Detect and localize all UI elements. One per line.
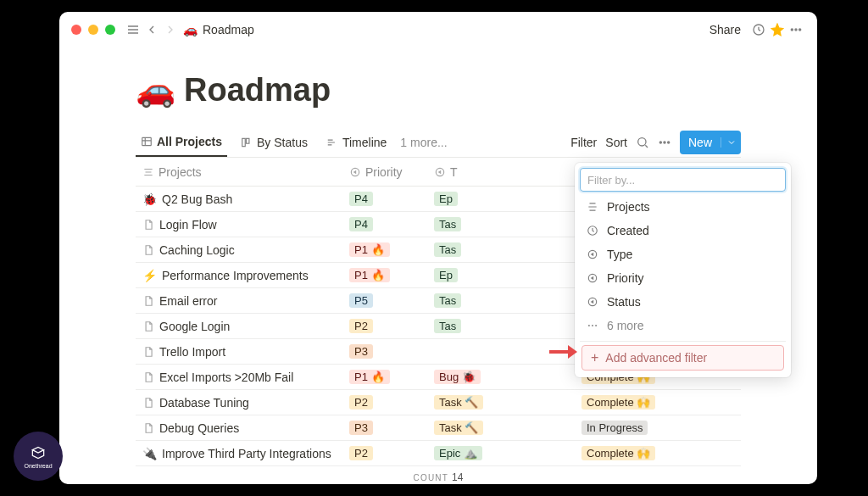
priority-tag: P3 (349, 344, 373, 359)
nav-back-icon[interactable] (142, 20, 161, 39)
type-tag: Epic ⛰️ (434, 446, 482, 460)
column-projects[interactable]: Projects (136, 165, 342, 179)
filter-option-more[interactable]: 6 more (580, 314, 786, 337)
window-minimize[interactable] (88, 25, 98, 35)
filter-option-status[interactable]: Status (580, 290, 786, 314)
filter-option-priority[interactable]: Priority (580, 266, 786, 290)
priority-tag: P2 (349, 395, 373, 410)
row-title: Excel Imports >20Mb Fail (159, 371, 293, 384)
priority-tag: P4 (349, 217, 373, 231)
type-tag: Tas (434, 217, 461, 231)
star-icon[interactable] (768, 20, 787, 39)
count-label: COUNT (414, 473, 449, 482)
type-tag: Bug 🐞 (434, 370, 481, 384)
board-icon (241, 137, 253, 148)
search-icon[interactable] (636, 136, 649, 149)
row-title: Caching Logic (159, 243, 235, 257)
page-icon (142, 371, 154, 383)
row-title: Google Login (159, 320, 230, 333)
row-emoji: 🐞 (142, 192, 157, 206)
breadcrumb[interactable]: 🚗 Roadmap (183, 23, 254, 36)
new-button[interactable]: New (680, 131, 741, 154)
page-icon (142, 244, 154, 256)
type-tag: Tas (434, 319, 461, 333)
filter-option-type[interactable]: Type (580, 242, 786, 266)
priority-tag: P3 (349, 421, 373, 435)
filter-option-label: Created (607, 224, 649, 237)
svg-point-21 (592, 325, 593, 326)
filter-option-projects[interactable]: Projects (580, 195, 786, 219)
dots-icon (587, 320, 598, 332)
page-emoji[interactable]: 🚗 (136, 71, 175, 109)
window-zoom[interactable] (105, 25, 115, 35)
text-icon (142, 166, 154, 178)
row-title: Performance Improvements (162, 269, 309, 282)
tab-timeline[interactable]: Timeline (321, 127, 392, 157)
table-row[interactable]: Debug Queries P3 Task 🔨 In Progress (136, 415, 741, 441)
filter-button[interactable]: Filter (570, 136, 597, 149)
nav-forward-icon[interactable] (161, 20, 180, 39)
page-title: 🚗 Roadmap (136, 71, 741, 109)
row-title: Email error (159, 294, 217, 308)
type-tag: Tas (434, 242, 461, 257)
plus-icon: + (591, 351, 598, 365)
table-row[interactable]: Database Tuning P2 Task 🔨 Complete 🙌 (136, 390, 741, 415)
table-row[interactable]: 🔌Improve Third Party Integrations P2 Epi… (136, 441, 741, 466)
tab-label: Timeline (342, 136, 387, 149)
hamburger-icon[interactable] (124, 20, 142, 39)
priority-tag: P5 (349, 293, 373, 308)
column-priority[interactable]: Priority (342, 165, 427, 179)
chevron-down-icon[interactable] (721, 137, 741, 148)
priority-tag: P4 (349, 192, 373, 206)
view-options-icon[interactable] (658, 136, 671, 149)
row-emoji: ⚡ (142, 269, 157, 282)
tabs-more[interactable]: 1 more... (400, 136, 447, 149)
type-tag: Ep (434, 192, 458, 206)
page-icon (142, 397, 154, 409)
page-icon (142, 422, 154, 434)
brand-badge: Onethread (14, 432, 63, 481)
timeline-icon (326, 137, 338, 148)
select-icon (587, 272, 598, 284)
share-button[interactable]: Share (709, 23, 741, 36)
tab-by-status[interactable]: By Status (236, 127, 313, 157)
svg-point-10 (668, 141, 670, 142)
updates-icon[interactable] (749, 20, 768, 39)
tab-all-projects[interactable]: All Projects (136, 127, 227, 157)
svg-point-1 (791, 29, 793, 31)
new-button-label: New (680, 136, 721, 149)
annotation-arrow (549, 344, 578, 363)
filter-option-label: Projects (607, 200, 650, 214)
brand-name: Onethread (24, 463, 52, 469)
page-icon (142, 219, 154, 231)
svg-rect-6 (246, 138, 249, 143)
row-title: Login Flow (159, 218, 217, 231)
row-title: Debug Queries (159, 421, 239, 435)
column-label: Projects (159, 165, 202, 179)
row-title: Improve Third Party Integrations (162, 447, 331, 460)
select-icon (349, 166, 361, 178)
filter-popover: Projects Created Type Priority Status 6 … (575, 163, 791, 377)
page-icon (142, 346, 154, 358)
svg-point-7 (638, 137, 646, 145)
priority-tag: P2 (349, 319, 373, 333)
select-icon (587, 248, 598, 260)
svg-point-8 (659, 141, 661, 142)
window-close[interactable] (71, 25, 81, 35)
column-label: Priority (365, 165, 403, 179)
status-badge: Complete 🙌 (581, 446, 655, 460)
select-icon (434, 166, 446, 178)
filter-option-created[interactable]: Created (580, 219, 786, 242)
breadcrumb-title: Roadmap (203, 23, 254, 36)
column-type[interactable]: T (427, 165, 575, 179)
svg-point-9 (664, 141, 665, 142)
filter-search-input[interactable] (580, 168, 786, 192)
type-tag: Task 🔨 (434, 421, 483, 435)
tab-label: All Projects (157, 135, 222, 148)
select-icon (587, 296, 598, 308)
sort-button[interactable]: Sort (605, 136, 627, 149)
priority-tag: P2 (349, 446, 373, 460)
more-icon[interactable] (787, 20, 805, 39)
add-advanced-filter-button[interactable]: + Add advanced filter (581, 345, 784, 371)
page-icon (142, 295, 154, 307)
